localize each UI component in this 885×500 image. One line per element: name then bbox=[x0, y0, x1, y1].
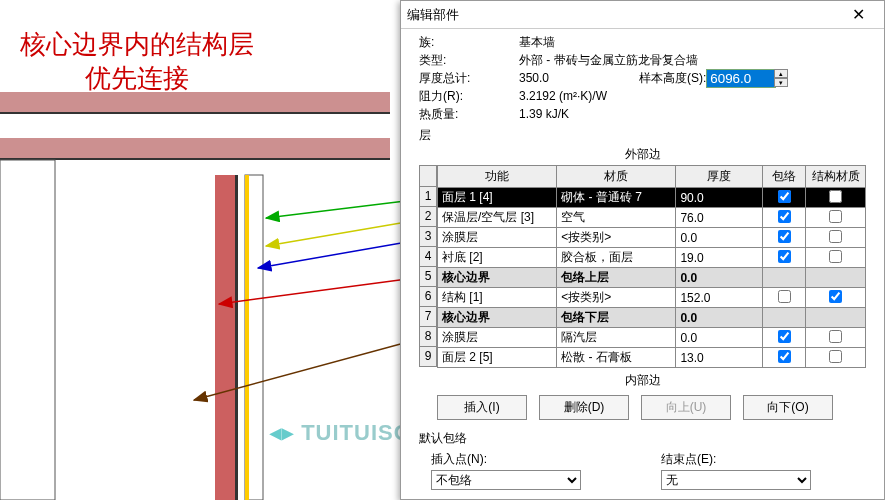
svg-rect-5 bbox=[0, 160, 55, 500]
insert-point-label: 插入点(N): bbox=[431, 451, 581, 468]
col-structural: 结构材质 bbox=[806, 166, 866, 188]
svg-rect-1 bbox=[0, 112, 390, 114]
svg-rect-6 bbox=[215, 175, 235, 500]
svg-rect-0 bbox=[0, 92, 390, 112]
layers-section-label: 层 bbox=[419, 127, 866, 144]
resistance-value: 3.2192 (m²·K)/W bbox=[519, 89, 866, 103]
col-material: 材质 bbox=[557, 166, 676, 188]
struct-checkbox[interactable] bbox=[829, 230, 842, 243]
col-function: 功能 bbox=[438, 166, 557, 188]
outer-side-label: 外部边 bbox=[419, 146, 866, 163]
type-value: 外部 - 带砖与金属立筋龙骨复合墙 bbox=[519, 52, 866, 69]
table-row[interactable]: 涂膜层隔汽层0.0 bbox=[438, 328, 866, 348]
up-button[interactable]: 向上(U) bbox=[641, 395, 731, 420]
struct-checkbox[interactable] bbox=[829, 190, 842, 203]
wrap-checkbox[interactable] bbox=[778, 190, 791, 203]
svg-rect-9 bbox=[245, 175, 249, 500]
table-row[interactable]: 结构 [1]<按类别>152.0 bbox=[438, 288, 866, 308]
table-row[interactable]: 保温层/空气层 [3]空气76.0 bbox=[438, 208, 866, 228]
col-thickness: 厚度 bbox=[676, 166, 763, 188]
struct-checkbox[interactable] bbox=[829, 330, 842, 343]
wrap-checkbox[interactable] bbox=[778, 330, 791, 343]
delete-button[interactable]: 删除(D) bbox=[539, 395, 629, 420]
sample-height-label: 样本高度(S): bbox=[639, 70, 706, 87]
struct-checkbox[interactable] bbox=[829, 290, 842, 303]
table-row[interactable]: 核心边界包络下层0.0 bbox=[438, 308, 866, 328]
wrap-checkbox[interactable] bbox=[778, 230, 791, 243]
inner-side-label: 内部边 bbox=[419, 372, 866, 389]
table-row[interactable]: 衬底 [2]胶合板，面层19.0 bbox=[438, 248, 866, 268]
wrap-checkbox[interactable] bbox=[778, 290, 791, 303]
titlebar: 编辑部件 ✕ bbox=[401, 1, 884, 29]
struct-checkbox[interactable] bbox=[829, 350, 842, 363]
sample-height-input[interactable] bbox=[706, 69, 776, 88]
default-wrap-label: 默认包络 bbox=[419, 430, 866, 447]
wrap-checkbox[interactable] bbox=[778, 350, 791, 363]
struct-checkbox[interactable] bbox=[829, 250, 842, 263]
table-row[interactable]: 面层 2 [5]松散 - 石膏板13.0 bbox=[438, 348, 866, 368]
dialog-title: 编辑部件 bbox=[407, 6, 838, 24]
down-button[interactable]: 向下(O) bbox=[743, 395, 833, 420]
col-wrap: 包络 bbox=[763, 166, 806, 188]
svg-rect-2 bbox=[0, 138, 50, 158]
insert-point-select[interactable]: 不包络 bbox=[431, 470, 581, 490]
close-button[interactable]: ✕ bbox=[838, 2, 878, 28]
thickness-label: 厚度总计: bbox=[419, 70, 519, 87]
thermal-mass-value: 1.39 kJ/K bbox=[519, 107, 866, 121]
struct-checkbox[interactable] bbox=[829, 210, 842, 223]
end-point-select[interactable]: 无 bbox=[661, 470, 811, 490]
family-label: 族: bbox=[419, 34, 519, 51]
table-row[interactable]: 涂膜层<按类别>0.0 bbox=[438, 228, 866, 248]
table-row[interactable]: 核心边界包络上层0.0 bbox=[438, 268, 866, 288]
thickness-value: 350.0 bbox=[519, 71, 619, 85]
family-value: 基本墙 bbox=[519, 34, 866, 51]
insert-button[interactable]: 插入(I) bbox=[437, 395, 527, 420]
row-number-gutter: 123456789 bbox=[419, 165, 437, 368]
svg-rect-4 bbox=[0, 158, 390, 160]
svg-rect-7 bbox=[235, 175, 238, 500]
table-row[interactable]: 面层 1 [4]砌体 - 普通砖 790.0 bbox=[438, 188, 866, 208]
end-point-label: 结束点(E): bbox=[661, 451, 811, 468]
sample-height-spinner[interactable]: ▴▾ bbox=[774, 69, 788, 87]
layers-table[interactable]: 功能 材质 厚度 包络 结构材质 面层 1 [4]砌体 - 普通砖 790.0保… bbox=[437, 165, 866, 368]
type-label: 类型: bbox=[419, 52, 519, 69]
wrap-checkbox[interactable] bbox=[778, 250, 791, 263]
resistance-label: 阻力(R): bbox=[419, 88, 519, 105]
edit-assembly-dialog: 编辑部件 ✕ 族: 基本墙 类型: 外部 - 带砖与金属立筋龙骨复合墙 厚度总计… bbox=[400, 0, 885, 500]
thermal-mass-label: 热质量: bbox=[419, 106, 519, 123]
wrap-checkbox[interactable] bbox=[778, 210, 791, 223]
svg-rect-3 bbox=[50, 138, 390, 158]
